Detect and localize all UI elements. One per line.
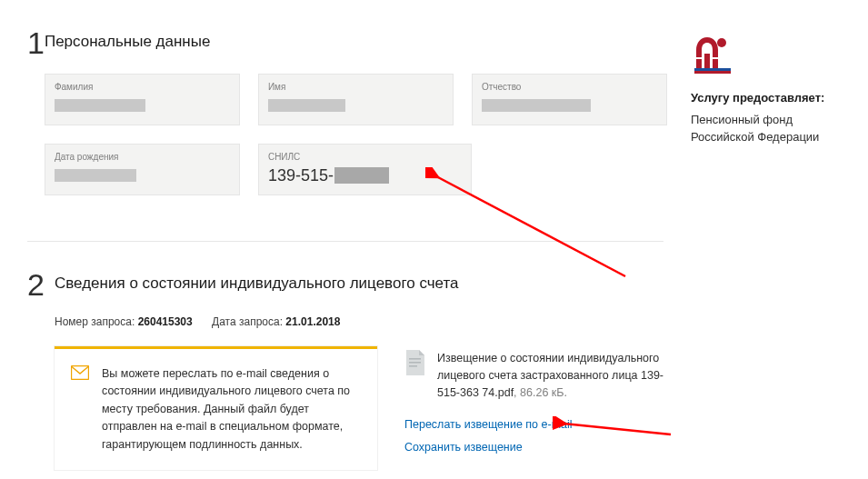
file-size: , 86.26 кБ.: [514, 386, 567, 399]
provider-name: Пенсионный фонд Российской Федерации: [691, 112, 841, 146]
file-row: Извещение о состоянии индивидуального ли…: [404, 350, 663, 401]
link-save-notice[interactable]: Сохранить извещение: [404, 441, 523, 454]
svg-rect-5: [704, 54, 710, 68]
request-meta: Номер запроса: 260415303 Дата запроса: 2…: [55, 315, 663, 328]
field-name: Имя: [258, 74, 454, 125]
provider-label: Услугу предоставляет:: [691, 91, 841, 105]
label-surname: Фамилия: [55, 82, 230, 92]
svg-rect-9: [694, 71, 731, 74]
request-date-label: Дата запроса:: [212, 315, 283, 328]
svg-rect-6: [713, 59, 718, 68]
link-send-email[interactable]: Переслать извещение по e-mail: [404, 418, 573, 431]
value-birth: [55, 165, 230, 185]
email-notice-box: Вы можете переслать по e-mail сведения о…: [55, 346, 377, 470]
section-title-personal: Персональные данные: [45, 27, 667, 51]
section-title-account: Сведения о состоянии индивидуального лиц…: [55, 269, 663, 293]
field-surname: Фамилия: [45, 74, 240, 125]
label-snils: СНИЛС: [268, 152, 462, 162]
document-icon: [404, 350, 426, 380]
label-patronymic: Отчество: [482, 82, 657, 92]
value-patronymic: [482, 95, 657, 115]
pfr-logo: [691, 32, 841, 78]
request-num-label: Номер запроса:: [55, 315, 135, 328]
mail-icon: [71, 365, 89, 454]
value-surname: [55, 95, 230, 115]
notice-text: Вы можете переслать по e-mail сведения о…: [102, 365, 361, 454]
svg-rect-1: [409, 358, 421, 360]
file-desc-prefix: Извещение о состоянии индивидуального ли…: [437, 352, 659, 382]
label-birth: Дата рождения: [55, 152, 230, 162]
section-account-info: 2 Сведения о состоянии индивидуального л…: [27, 269, 663, 470]
sidebar: Услугу предоставляет: Пенсионный фонд Ро…: [663, 27, 841, 479]
svg-rect-4: [696, 59, 702, 68]
field-snils: СНИЛС 139-515-: [258, 144, 472, 195]
svg-point-7: [717, 38, 726, 47]
section-personal-data: 1 Персональные данные Фамилия Имя Отчест…: [27, 27, 663, 214]
field-birth: Дата рождения: [45, 144, 240, 195]
section-divider: [27, 241, 663, 242]
request-date-value: 21.01.2018: [285, 315, 340, 328]
section-number-1: 1: [27, 27, 45, 58]
svg-rect-3: [409, 365, 417, 367]
label-name: Имя: [268, 82, 444, 92]
field-patronymic: Отчество: [472, 74, 667, 125]
svg-rect-8: [694, 68, 731, 71]
file-description: Извещение о состоянии индивидуального ли…: [437, 350, 663, 401]
value-name: [268, 95, 444, 115]
value-snils: 139-515-: [268, 165, 462, 185]
svg-rect-2: [409, 362, 421, 364]
section-number-2: 2: [27, 269, 55, 300]
snils-visible-part: 139-515-: [268, 165, 334, 185]
request-num-value: 260415303: [138, 315, 193, 328]
